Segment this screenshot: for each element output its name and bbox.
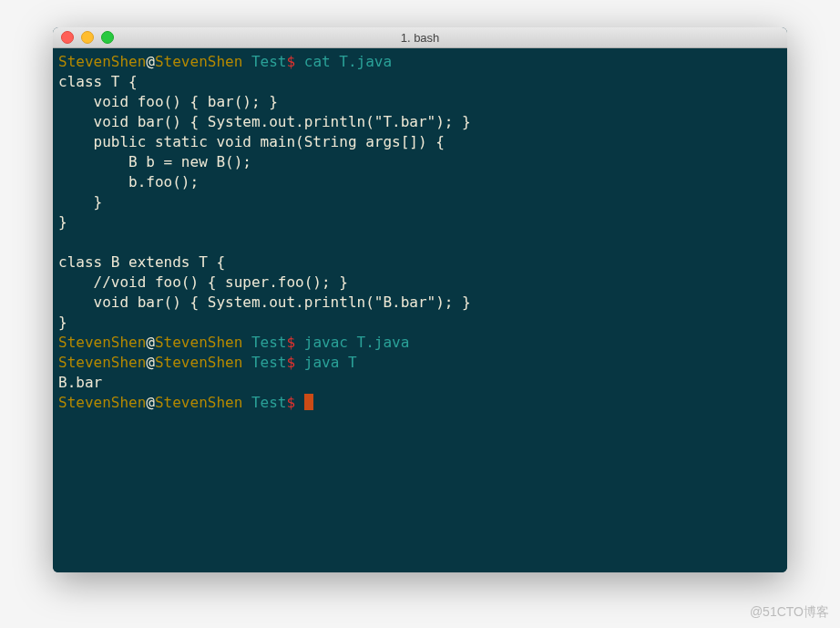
output-text: } <box>58 193 102 211</box>
output-text: } <box>58 314 67 331</box>
output-text: b.foo(); <box>58 173 199 190</box>
terminal-line: StevenShen@StevenShen Test$ java T <box>58 353 782 373</box>
prompt-host: StevenShen <box>155 334 242 351</box>
prompt-dollar: $ <box>286 53 295 70</box>
prompt-host: StevenShen <box>155 354 242 371</box>
output-text: B b = new B(); <box>58 153 251 170</box>
prompt: StevenShen@StevenShen Test$ <box>58 394 295 411</box>
titlebar[interactable]: 1. bash <box>53 27 787 48</box>
prompt-at: @ <box>146 53 155 70</box>
output-text: class B extends T { <box>58 253 225 271</box>
zoom-icon[interactable] <box>101 31 114 44</box>
command-text: java T <box>295 354 356 371</box>
prompt-user: StevenShen <box>58 394 146 411</box>
prompt-dollar: $ <box>286 394 295 411</box>
terminal-line: class B extends T { <box>58 252 782 273</box>
prompt-at: @ <box>146 334 155 351</box>
output-text: } <box>58 213 67 231</box>
output-text: void bar() { System.out.println("T.bar")… <box>58 113 471 130</box>
output-text: void foo() { bar(); } <box>58 93 278 110</box>
prompt-host: StevenShen <box>155 53 242 70</box>
terminal-line: class T { <box>58 72 782 92</box>
prompt: StevenShen@StevenShen Test$ <box>58 354 295 371</box>
prompt-host: StevenShen <box>155 394 242 411</box>
output-text: B.bar <box>58 374 102 391</box>
output-text: class T { <box>58 73 138 90</box>
prompt-dir: Test <box>251 394 287 411</box>
prompt: StevenShen@StevenShen Test$ <box>58 334 295 351</box>
watermark: @51CTO博客 <box>750 604 829 621</box>
output-text <box>58 233 67 251</box>
terminal-line: B.bar <box>58 373 782 393</box>
output-text: //void foo() { super.foo(); } <box>58 273 348 291</box>
prompt: StevenShen@StevenShen Test$ <box>58 53 295 70</box>
prompt-at: @ <box>146 354 155 371</box>
prompt-dir: Test <box>251 354 287 371</box>
output-text: void bar() { System.out.println("B.bar")… <box>58 293 471 311</box>
terminal-line <box>58 232 782 252</box>
terminal-line: } <box>58 313 782 333</box>
terminal-line: StevenShen@StevenShen Test$ javac T.java <box>58 333 782 353</box>
terminal-line: void foo() { bar(); } <box>58 92 782 112</box>
prompt-dir: Test <box>251 53 287 70</box>
terminal-window: 1. bash StevenShen@StevenShen Test$ cat … <box>53 27 787 572</box>
window-title: 1. bash <box>53 31 787 45</box>
prompt-at: @ <box>146 394 155 411</box>
terminal-line: B b = new B(); <box>58 152 782 172</box>
minimize-icon[interactable] <box>81 31 94 44</box>
terminal-line: } <box>58 192 782 212</box>
prompt-dollar: $ <box>286 334 295 351</box>
output-text: public static void main(String args[]) { <box>58 133 445 150</box>
terminal-line: public static void main(String args[]) { <box>58 132 782 152</box>
terminal-line: b.foo(); <box>58 172 782 192</box>
traffic-lights <box>53 31 114 44</box>
terminal-line: void bar() { System.out.println("B.bar")… <box>58 293 782 313</box>
close-icon[interactable] <box>61 31 74 44</box>
terminal-body[interactable]: StevenShen@StevenShen Test$ cat T.javacl… <box>53 48 787 572</box>
terminal-line: StevenShen@StevenShen Test$ <box>58 393 782 413</box>
prompt-user: StevenShen <box>58 53 146 70</box>
command-text: cat T.java <box>295 53 392 70</box>
prompt-dollar: $ <box>286 354 295 371</box>
terminal-line: void bar() { System.out.println("T.bar")… <box>58 112 782 132</box>
prompt-user: StevenShen <box>58 334 146 351</box>
prompt-dir: Test <box>251 334 287 351</box>
terminal-line: } <box>58 212 782 232</box>
terminal-line: StevenShen@StevenShen Test$ cat T.java <box>58 52 782 72</box>
prompt-user: StevenShen <box>58 354 146 371</box>
command-text: javac T.java <box>295 334 409 351</box>
cursor <box>304 394 313 410</box>
terminal-line: //void foo() { super.foo(); } <box>58 273 782 293</box>
